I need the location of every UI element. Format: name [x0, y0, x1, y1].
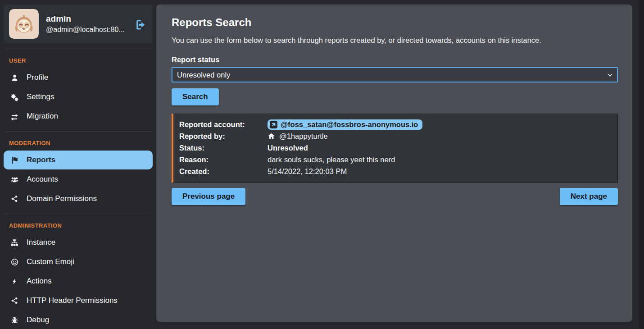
- row-label: Status:: [179, 144, 268, 152]
- sidebar-item-label: Debug: [27, 315, 49, 324]
- user-info: admin @admin@localhost:80...: [46, 14, 125, 34]
- reports-search-panel: Reports Search You can use the form belo…: [156, 5, 632, 322]
- sidebar-item-label: Migration: [27, 112, 58, 121]
- report-row-status: Status: Unresolved: [179, 142, 611, 154]
- report-status-label: Report status: [172, 55, 618, 64]
- sidebar-item-actions[interactable]: Actions: [4, 272, 153, 291]
- sidebar: admin @admin@localhost:80... USER Profil…: [0, 0, 156, 329]
- search-button[interactable]: Search: [172, 88, 219, 105]
- sidebar-item-label: Accounts: [27, 175, 58, 184]
- bolt-icon: [10, 278, 19, 285]
- row-label: Reported account:: [179, 120, 268, 129]
- home-icon: [268, 133, 276, 140]
- bug-icon: [10, 316, 19, 324]
- sidebar-item-label: Instance: [27, 238, 55, 247]
- reported-account-handle: @foss_satan@fossbros-anonymous.io: [281, 120, 418, 129]
- transfer-arrows-icon: [10, 113, 19, 120]
- report-status-value: Unresolved: [268, 144, 611, 152]
- report-row-created: Created: 5/14/2022, 12:20:03 PM: [179, 165, 611, 177]
- chevron-down-icon: [608, 73, 612, 77]
- section-label-user: USER: [4, 55, 153, 68]
- report-reason-value: dark souls sucks, please yeet this nerd: [268, 155, 611, 164]
- sidebar-item-label: Actions: [27, 277, 52, 286]
- report-status-select[interactable]: Unresolved only: [172, 67, 618, 82]
- previous-page-button[interactable]: Previous page: [172, 188, 245, 205]
- section-label-administration: ADMINISTRATION: [4, 219, 153, 233]
- sidebar-item-settings[interactable]: Settings: [4, 87, 153, 106]
- sidebar-item-migration[interactable]: Migration: [4, 107, 153, 126]
- reported-account-link[interactable]: @foss_satan@fossbros-anonymous.io: [268, 119, 422, 130]
- divider: [5, 214, 152, 214]
- share-nodes-icon: [10, 297, 19, 305]
- report-status-selected-value: Unresolved only: [177, 71, 230, 79]
- share-nodes-icon: [10, 195, 19, 203]
- sidebar-item-profile[interactable]: Profile: [4, 68, 153, 87]
- row-label: Reported by:: [179, 132, 268, 141]
- sidebar-item-debug[interactable]: Debug: [4, 311, 153, 329]
- report-row-reason: Reason: dark souls sucks, please yeet th…: [179, 154, 611, 165]
- report-card[interactable]: Reported account: @foss_satan@fossbros-a…: [172, 114, 618, 183]
- sidebar-item-label: Profile: [27, 73, 48, 82]
- sidebar-item-reports[interactable]: Reports: [4, 151, 153, 169]
- reported-by-handle: @1happyturtle: [279, 132, 328, 141]
- window-scrollbar[interactable]: [639, 0, 644, 329]
- sidebar-item-domain-permissions[interactable]: Domain Permissions: [4, 189, 153, 208]
- sidebar-item-custom-emoji[interactable]: Custom Emoji: [4, 252, 153, 271]
- external-link-icon: [270, 121, 277, 128]
- smiley-icon: [10, 258, 19, 266]
- sidebar-item-label: Settings: [27, 92, 54, 101]
- report-row-reported-by: Reported by: @1happyturtle: [179, 130, 611, 142]
- user-card[interactable]: admin @admin@localhost:80...: [4, 5, 153, 43]
- user-handle: @admin@localhost:80...: [46, 26, 125, 34]
- report-row-reported-account: Reported account: @foss_satan@fossbros-a…: [179, 119, 611, 130]
- row-label: Reason:: [179, 155, 268, 164]
- sidebar-item-http-header-permissions[interactable]: HTTP Header Permissions: [4, 291, 153, 310]
- sidebar-item-label: Custom Emoji: [27, 257, 74, 266]
- next-page-button[interactable]: Next page: [560, 188, 618, 205]
- pagination: Previous page Next page: [172, 188, 618, 205]
- sign-out-icon[interactable]: [135, 19, 146, 31]
- divider: [5, 49, 152, 49]
- row-label: Created:: [179, 167, 268, 176]
- sloth-avatar: [9, 9, 39, 39]
- page-title: Reports Search: [172, 16, 618, 29]
- user-icon: [10, 74, 19, 82]
- sidebar-item-label: HTTP Header Permissions: [27, 296, 118, 305]
- page-description: You can use the form below to search thr…: [172, 36, 618, 45]
- report-created-value: 5/14/2022, 12:20:03 PM: [268, 167, 611, 176]
- gears-icon: [10, 93, 19, 101]
- sidebar-item-instance[interactable]: Instance: [4, 233, 153, 252]
- sidebar-item-accounts[interactable]: Accounts: [4, 170, 153, 189]
- users-icon: [10, 176, 19, 183]
- flag-icon: [10, 156, 19, 164]
- sitemap-icon: [10, 239, 19, 247]
- divider: [5, 131, 152, 132]
- section-label-moderation: MODERATION: [4, 137, 153, 150]
- sidebar-item-label: Reports: [27, 155, 55, 164]
- sidebar-item-label: Domain Permissions: [27, 194, 97, 203]
- user-name: admin: [46, 14, 125, 24]
